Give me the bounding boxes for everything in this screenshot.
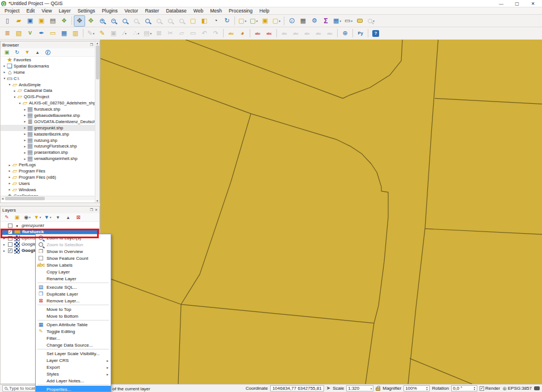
context-menu-item-styles[interactable]: Styles▸: [36, 370, 111, 377]
current-edits-dropdown-icon[interactable]: ▾: [93, 32, 95, 35]
select-features-by-value-button[interactable]: ▢▾: [248, 15, 259, 27]
float-panel-icon[interactable]: ❐: [90, 208, 93, 212]
pin-labels-button[interactable]: abc: [252, 28, 263, 39]
menu-plugins[interactable]: Plugins: [98, 7, 121, 15]
expander-icon[interactable]: ▾: [18, 102, 22, 105]
minimize-button[interactable]: —: [493, 1, 509, 6]
context-menu-item-move-to-top[interactable]: Move to Top: [36, 306, 111, 313]
add-selected-layers-button[interactable]: ▣: [3, 49, 11, 56]
layer-item-grenzpunkt[interactable]: ●grenzpunkt: [1, 222, 99, 229]
layer-visibility-checkbox[interactable]: [8, 224, 12, 228]
scroll-up-icon[interactable]: ▲: [96, 41, 99, 45]
add-group-button[interactable]: ▣: [13, 214, 21, 221]
context-menu-item-zoom-to-layer-s[interactable]: Zoom to Layer(s): [36, 234, 111, 241]
add-feature-button[interactable]: ∕▾: [119, 28, 131, 39]
zoom-to-bookmark-button[interactable]: ▾: [365, 15, 377, 27]
new-geopackage-layer-button[interactable]: ▧: [13, 28, 24, 39]
show-statistical-summary-button[interactable]: Σ: [320, 15, 331, 27]
context-menu-item-duplicate-layer[interactable]: ❐Duplicate Layer: [36, 290, 111, 297]
filter-legend-expression-button[interactable]: ▼▾: [44, 214, 52, 221]
layer-visibility-checkbox[interactable]: [8, 248, 12, 253]
menu-edit[interactable]: Edit: [23, 7, 38, 15]
show-layout-manager-button[interactable]: ❖: [58, 15, 70, 27]
highlight-labels-button[interactable]: abc: [263, 28, 275, 39]
measure-line-dropdown-icon[interactable]: ▾: [351, 19, 352, 23]
crs-status-button[interactable]: ⊕ EPSG:3857: [502, 386, 532, 391]
context-menu-item-open-attribute-table[interactable]: ▦Open Attribute Table: [36, 321, 111, 328]
context-menu-item-add-layer-notes[interactable]: Add Layer Notes...: [36, 377, 111, 384]
browser-item-ardusimple[interactable]: ▾▱ArduSimple: [1, 82, 99, 88]
save-project-button[interactable]: ▣: [24, 15, 36, 27]
coordinate-input[interactable]: 1046834,77 6342755,81: [270, 385, 324, 391]
expander-icon[interactable]: ▸: [7, 182, 12, 185]
expander-icon[interactable]: ▸: [23, 151, 27, 154]
menu-layer[interactable]: Layer: [55, 7, 74, 15]
help-button[interactable]: ?: [370, 28, 381, 39]
filter-legend-dropdown-icon[interactable]: ▾: [40, 216, 41, 219]
expander-icon[interactable]: ▸: [2, 237, 6, 240]
browser-item-spatial-bookmarks[interactable]: ▸❏Spatial Bookmarks: [1, 63, 99, 69]
open-attribute-table-dropdown-icon[interactable]: ▾: [339, 19, 341, 23]
new-print-layout-button[interactable]: ▤: [47, 15, 58, 27]
scroll-left-icon[interactable]: ◄: [1, 197, 4, 200]
expander-icon[interactable]: ▸: [23, 138, 27, 142]
expander-icon[interactable]: ▾: [2, 77, 7, 80]
context-menu-item-change-data-source[interactable]: Change Data Source...: [36, 342, 111, 348]
browser-item-c[interactable]: ▾▭C:\: [1, 75, 99, 82]
select-by-location-dropdown-icon[interactable]: ▾: [279, 19, 280, 23]
scrollbar-thumb[interactable]: [96, 45, 99, 79]
delete-selected-button[interactable]: ⊠: [153, 28, 165, 39]
zoom-next-button[interactable]: [176, 15, 187, 27]
expander-icon[interactable]: ▸: [2, 249, 6, 252]
processing-options-button[interactable]: ⚙: [309, 15, 320, 27]
browser-vertical-scrollbar[interactable]: ▲ ▼: [95, 41, 99, 203]
expander-icon[interactable]: ▸: [23, 145, 27, 148]
expander-icon[interactable]: ▸: [7, 175, 12, 179]
messages-icon[interactable]: [534, 386, 540, 390]
browser-item-cadastral-data[interactable]: ▸▱Cadastral Data: [1, 87, 99, 94]
expander-icon[interactable]: ▸: [23, 132, 27, 136]
expander-icon[interactable]: ▸: [2, 70, 7, 74]
paste-features-button[interactable]: ▭: [187, 28, 199, 39]
zoom-to-selection-button[interactable]: [131, 15, 142, 27]
expander-icon[interactable]: ▸: [2, 243, 6, 246]
browser-item-home[interactable]: ▸⌂Home: [1, 69, 99, 75]
browser-item-alkis-oe-082760-adelsheim-shp[interactable]: ▾▱ALKIS-oE_082760_Adelsheim_shp: [1, 100, 99, 106]
maximize-button[interactable]: ▢: [509, 1, 525, 6]
redo-button[interactable]: ↷: [210, 28, 221, 39]
zoom-out-button[interactable]: −: [108, 15, 119, 27]
cut-features-button[interactable]: ✂: [165, 28, 176, 39]
expand-all-button[interactable]: ▾: [54, 214, 62, 221]
select-by-location-button[interactable]: ▢▾: [271, 15, 282, 27]
new-3d-map-view-button[interactable]: ◧: [199, 15, 210, 27]
checkbox-icon[interactable]: [480, 386, 484, 391]
select-features-button[interactable]: ▢▾: [237, 15, 248, 27]
zoom-to-layer-button[interactable]: [142, 15, 153, 27]
measure-line-button[interactable]: ▭▾: [343, 15, 354, 27]
move-label-button[interactable]: abc: [290, 28, 301, 39]
menu-web[interactable]: Web: [190, 7, 207, 15]
show-map-tips-button[interactable]: [354, 15, 365, 27]
manage-map-themes-button[interactable]: ◉▾: [23, 214, 31, 221]
multiedit-attributes-dropdown-icon[interactable]: ▾: [150, 32, 152, 35]
identify-features-button[interactable]: i: [286, 15, 297, 27]
browser-item-katasterbezirk-shp[interactable]: ▸▦katasterBezirk.shp: [1, 131, 99, 137]
close-button[interactable]: ✕: [525, 1, 541, 6]
scale-combo[interactable]: 1:320 ▾: [346, 385, 373, 391]
expander-icon[interactable]: ▾: [7, 83, 12, 86]
refresh-button[interactable]: ↻: [221, 15, 233, 27]
open-attribute-table-button[interactable]: ▦▾: [331, 15, 343, 27]
context-menu-item-show-in-overview[interactable]: ❐Show in Overview: [36, 248, 111, 255]
context-menu-item-filter[interactable]: Filter...: [36, 335, 111, 342]
menu-view[interactable]: View: [38, 7, 55, 15]
manage-map-themes-dropdown-icon[interactable]: ▾: [29, 216, 31, 219]
layer-labeling-button[interactable]: abc: [225, 28, 237, 39]
undo-button[interactable]: ↶: [199, 28, 210, 39]
map-canvas[interactable]: [100, 40, 542, 384]
new-map-view-button[interactable]: ▢: [187, 15, 199, 27]
expander-icon[interactable]: ▾: [12, 95, 17, 99]
layer-diagram-button[interactable]: ◕: [237, 28, 248, 39]
zoom-last-button[interactable]: [165, 15, 176, 27]
layer-visibility-checkbox[interactable]: [8, 236, 12, 241]
expander-icon[interactable]: ▸: [7, 169, 12, 172]
